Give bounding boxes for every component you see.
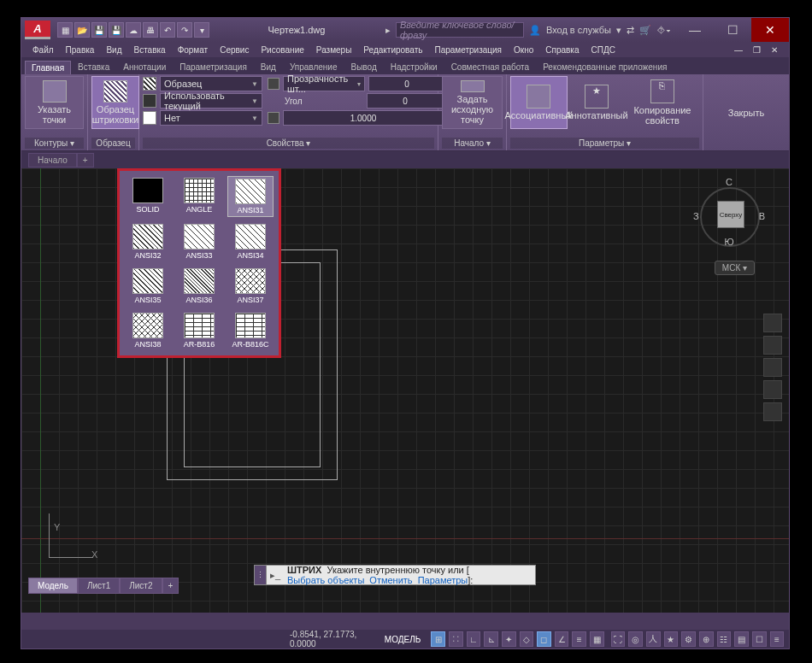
- pattern-ansi38[interactable]: ANSI38: [125, 311, 171, 350]
- cart-icon[interactable]: 🛒: [639, 25, 651, 36]
- viewcube-west[interactable]: З: [693, 211, 699, 221]
- pattern-angle[interactable]: ANGLE: [176, 176, 222, 217]
- pick-points-button[interactable]: Указать точки: [25, 76, 84, 129]
- close-hatch-button[interactable]: Закрыть: [728, 108, 764, 118]
- status-annovis-icon[interactable]: ★: [664, 631, 679, 647]
- doc-tab-start[interactable]: Начало: [28, 153, 77, 167]
- scale-toggle-icon[interactable]: [268, 112, 279, 124]
- command-line[interactable]: ⋮ ▸_ ШТРИХ Укажите внутреннюю точку или …: [254, 565, 536, 585]
- layout-tab-add[interactable]: +: [162, 578, 179, 594]
- tab-home[interactable]: Главная: [25, 61, 71, 74]
- status-snap-icon[interactable]: ⸬: [449, 631, 463, 647]
- qat-redo-icon[interactable]: ↷: [177, 22, 192, 38]
- layout-tab-sheet1[interactable]: Лист1: [78, 578, 120, 594]
- doc-minimize-icon[interactable]: —: [730, 45, 747, 55]
- status-infer-icon[interactable]: ∟: [467, 631, 481, 647]
- tab-output[interactable]: Вывод: [344, 60, 384, 74]
- qat-print-icon[interactable]: 🖶: [143, 22, 158, 38]
- pattern-ansi36[interactable]: ANSI36: [176, 267, 222, 306]
- app-menu-button[interactable]: A: [25, 21, 50, 39]
- menu-spds[interactable]: СПДС: [587, 45, 620, 55]
- hatch-pattern-button[interactable]: Образец штриховки: [91, 76, 139, 129]
- doc-tab-add[interactable]: +: [77, 153, 94, 167]
- status-qprops-icon[interactable]: ▤: [734, 631, 749, 647]
- pattern-arb816c[interactable]: AR-B816C: [227, 311, 274, 350]
- tab-insert[interactable]: Вставка: [71, 60, 116, 74]
- wcs-dropdown[interactable]: МСК ▾: [715, 261, 755, 275]
- signin-label[interactable]: Вход в службы: [546, 25, 611, 35]
- qat-more-icon[interactable]: ▾: [194, 22, 209, 38]
- viewcube-east[interactable]: В: [759, 211, 765, 221]
- signin-icon[interactable]: 👤: [529, 25, 541, 36]
- tab-annotate[interactable]: Аннотации: [116, 60, 173, 74]
- status-monitor-icon[interactable]: ⊕: [699, 631, 714, 647]
- associative-button[interactable]: Ассоциативный: [510, 76, 568, 129]
- menu-tools[interactable]: Сервис: [215, 45, 253, 55]
- signin-dropdown-icon[interactable]: ▾: [616, 25, 621, 36]
- zoom-icon[interactable]: [763, 358, 782, 377]
- close-button[interactable]: ✕: [751, 18, 789, 42]
- menu-view[interactable]: Вид: [102, 45, 126, 55]
- viewcube-south[interactable]: Ю: [695, 237, 763, 247]
- doc-restore-icon[interactable]: ❐: [749, 45, 765, 55]
- annotative-button[interactable]: ★ Аннотативный: [571, 76, 622, 129]
- maximize-button[interactable]: ☐: [714, 18, 751, 42]
- viewcube-face[interactable]: Сверху: [717, 201, 744, 228]
- menu-help[interactable]: Справка: [541, 45, 583, 55]
- tab-addins[interactable]: Надстройки: [384, 60, 444, 74]
- menu-parametric[interactable]: Параметризация: [430, 45, 506, 55]
- status-customize-icon[interactable]: ≡: [770, 631, 785, 647]
- pattern-ansi35[interactable]: ANSI35: [125, 267, 171, 306]
- menu-modify[interactable]: Редактировать: [359, 45, 427, 55]
- status-ws-icon[interactable]: ⚙: [681, 631, 696, 647]
- pattern-ansi31[interactable]: ANSI31: [227, 176, 274, 217]
- qat-plot-icon[interactable]: ☁: [126, 22, 141, 38]
- status-transp-icon[interactable]: ▦: [590, 631, 604, 647]
- status-sc-icon[interactable]: ⛶: [611, 631, 626, 647]
- help-dropdown-icon[interactable]: ⯑▾: [656, 25, 671, 35]
- panel-options-title[interactable]: Параметры ▾: [510, 138, 699, 149]
- drawing-canvas[interactable]: SOLID ANGLE ANSI31 ANSI32 ANSI33 ANSI34 …: [21, 168, 789, 613]
- qat-undo-icon[interactable]: ↶: [160, 22, 175, 38]
- qat-new-icon[interactable]: ▦: [57, 22, 73, 38]
- layout-tab-sheet2[interactable]: Лист2: [120, 578, 162, 594]
- status-cycle-icon[interactable]: ◎: [628, 631, 643, 647]
- status-otrack-icon[interactable]: ∠: [555, 631, 569, 647]
- menu-dimension[interactable]: Размеры: [312, 45, 356, 55]
- status-clean-icon[interactable]: ☐: [752, 631, 767, 647]
- transparency-dropdown[interactable]: Прозрачность шт...▾: [283, 76, 365, 91]
- menu-format[interactable]: Формат: [174, 45, 213, 55]
- exchange-icon[interactable]: ⇄: [627, 25, 634, 36]
- status-ortho-icon[interactable]: ⊾: [484, 631, 498, 647]
- panel-properties-title[interactable]: Свойства ▾: [143, 138, 434, 149]
- minimize-button[interactable]: —: [676, 18, 714, 42]
- qat-open-icon[interactable]: 📂: [74, 22, 90, 38]
- hatch-color-dropdown[interactable]: Использовать текущий▼: [160, 93, 262, 109]
- hatch-type-dropdown[interactable]: Образец▼: [160, 76, 262, 91]
- transparency-input[interactable]: 0: [368, 76, 445, 91]
- pattern-ansi33[interactable]: ANSI33: [176, 222, 222, 261]
- menu-draw[interactable]: Рисование: [256, 45, 308, 55]
- viewcube[interactable]: С Ю З В Сверху: [695, 177, 763, 254]
- tab-collaborate[interactable]: Совместная работа: [444, 60, 537, 74]
- nav-wheel-icon[interactable]: [763, 314, 782, 332]
- cmd-handle-icon[interactable]: ⋮: [255, 566, 267, 584]
- status-grid-icon[interactable]: ⊞: [431, 631, 445, 647]
- search-input[interactable]: Введите ключевое слово/фразу: [396, 22, 524, 38]
- pan-icon[interactable]: [763, 336, 782, 355]
- layout-tab-model[interactable]: Модель: [28, 578, 78, 594]
- orbit-icon[interactable]: [763, 380, 782, 399]
- qat-save-icon[interactable]: 💾: [91, 22, 107, 38]
- status-iso-icon[interactable]: ◇: [520, 631, 534, 647]
- status-model-button[interactable]: МОДЕЛЬ: [378, 635, 427, 644]
- status-units-icon[interactable]: ☷: [717, 631, 732, 647]
- qat-saveas-icon[interactable]: 💾: [109, 22, 124, 38]
- tab-featured[interactable]: Рекомендованные приложения: [536, 60, 674, 74]
- transparency-toggle-icon[interactable]: [268, 78, 279, 90]
- tab-manage[interactable]: Управление: [283, 60, 344, 74]
- search-chevron-icon[interactable]: ▸: [385, 25, 391, 36]
- scale-input[interactable]: 1.0000: [283, 110, 444, 126]
- menu-window[interactable]: Окно: [509, 45, 538, 55]
- match-props-button[interactable]: ⎘ Копирование свойств: [626, 76, 699, 129]
- status-annoscale-icon[interactable]: 人: [646, 631, 661, 647]
